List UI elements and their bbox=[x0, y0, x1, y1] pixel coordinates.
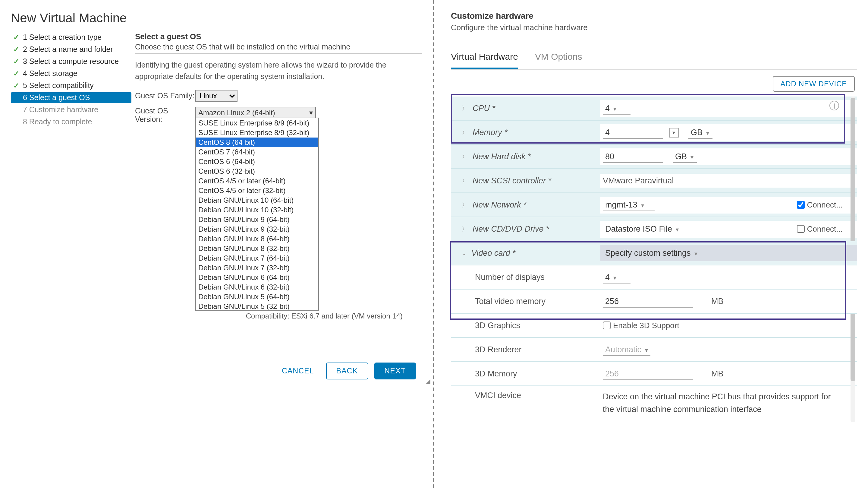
os-option[interactable]: Debian GNU/Linux 6 (32-bit) bbox=[196, 282, 318, 292]
os-option[interactable]: SUSE Linux Enterprise 8/9 (32-bit) bbox=[196, 127, 318, 137]
vmci-desc: Device on the virtual machine PCI bus th… bbox=[603, 389, 855, 419]
check-icon: ✓ bbox=[13, 81, 19, 90]
memory-unit-select[interactable]: GB bbox=[688, 126, 712, 138]
videomemory-unit: MB bbox=[711, 297, 724, 306]
os-option[interactable]: Debian GNU/Linux 10 (64-bit) bbox=[196, 195, 318, 205]
hardware-table: i 〉CPU * 4 〉Memory * 4 ▾ GB 〉New Har bbox=[451, 96, 857, 422]
os-option[interactable]: Debian GNU/Linux 6 (64-bit) bbox=[196, 272, 318, 282]
os-option[interactable]: CentOS 8 (64-bit) bbox=[196, 137, 318, 147]
harddisk-label: New Hard disk * bbox=[472, 152, 531, 161]
scsi-value: VMware Paravirtual bbox=[603, 176, 674, 185]
3drenderer-label: 3D Renderer bbox=[475, 345, 522, 354]
os-option[interactable]: Debian GNU/Linux 7 (32-bit) bbox=[196, 263, 318, 272]
displays-label: Number of displays bbox=[475, 272, 545, 282]
wizard-step-4[interactable]: ✓4 Select storage bbox=[11, 68, 131, 79]
videocard-select[interactable]: Specify custom settings bbox=[603, 247, 702, 259]
os-family-select[interactable]: Linux bbox=[195, 90, 238, 102]
os-family-label: Guest OS Family: bbox=[135, 91, 195, 100]
back-button[interactable]: BACK bbox=[326, 363, 368, 379]
scrollbar-thumb[interactable] bbox=[850, 98, 855, 381]
info-icon[interactable]: i bbox=[830, 101, 839, 110]
expand-icon[interactable]: 〉 bbox=[462, 128, 468, 137]
os-option[interactable]: Debian GNU/Linux 9 (64-bit) bbox=[196, 214, 318, 224]
panel-title: Customize hardware bbox=[451, 11, 857, 21]
check-icon: ✓ bbox=[13, 33, 19, 41]
wizard-step-3[interactable]: ✓3 Select a compute resource bbox=[11, 56, 131, 67]
3dmemory-input[interactable]: 256 bbox=[603, 368, 693, 380]
wizard-step-8[interactable]: 8 Ready to complete bbox=[11, 116, 131, 127]
wizard-step-7[interactable]: 7 Customize hardware bbox=[11, 104, 131, 115]
os-option[interactable]: Debian GNU/Linux 9 (32-bit) bbox=[196, 224, 318, 234]
cancel-button[interactable]: CANCEL bbox=[276, 363, 320, 379]
row-cpu: 〉CPU * 4 bbox=[451, 96, 857, 121]
add-new-device-button[interactable]: ADD NEW DEVICE bbox=[772, 76, 855, 92]
check-icon: ✓ bbox=[13, 45, 19, 54]
cddvd-connect-checkbox[interactable]: Connect... bbox=[797, 224, 843, 233]
divider bbox=[11, 28, 421, 28]
tab-virtual-hardware[interactable]: Virtual Hardware bbox=[451, 48, 518, 69]
videomemory-label: Total video memory bbox=[475, 297, 546, 306]
row-displays: Number of displays 4 bbox=[451, 265, 857, 290]
check-icon: ✓ bbox=[13, 57, 19, 66]
divider bbox=[135, 53, 422, 54]
wizard-step-2[interactable]: ✓2 Select a name and folder bbox=[11, 44, 131, 55]
os-option[interactable]: Debian GNU/Linux 8 (32-bit) bbox=[196, 243, 318, 253]
3dgraphics-label: 3D Graphics bbox=[475, 321, 520, 330]
cddvd-select[interactable]: Datastore ISO File bbox=[603, 223, 702, 235]
os-option[interactable]: Debian GNU/Linux 5 (64-bit) bbox=[196, 292, 318, 301]
row-videocard: ⌄Video card * Specify custom settings bbox=[451, 241, 857, 265]
expand-icon[interactable]: 〉 bbox=[462, 176, 468, 185]
expand-icon[interactable]: 〉 bbox=[462, 152, 468, 161]
network-select[interactable]: mgmt-13 bbox=[603, 199, 655, 211]
expand-icon[interactable]: 〉 bbox=[462, 225, 468, 233]
row-vmci: VMCI device Device on the virtual machin… bbox=[451, 386, 857, 422]
row-scsi: 〉New SCSI controller * VMware Paravirtua… bbox=[451, 169, 857, 193]
expand-icon[interactable]: 〉 bbox=[462, 201, 468, 209]
panel-sub: Configure the virtual machine hardware bbox=[451, 23, 857, 32]
wizard-step-5[interactable]: ✓5 Select compatibility bbox=[11, 80, 131, 91]
videomemory-input[interactable]: 256 bbox=[603, 295, 693, 307]
tab-vm-options[interactable]: VM Options bbox=[535, 48, 582, 69]
wizard-title: New Virtual Machine bbox=[11, 11, 433, 25]
check-icon: ✓ bbox=[13, 69, 19, 78]
expand-icon[interactable]: 〉 bbox=[462, 104, 468, 113]
row-harddisk: 〉New Hard disk * 80 GB bbox=[451, 145, 857, 169]
harddisk-input[interactable]: 80 bbox=[603, 150, 663, 163]
next-button[interactable]: NEXT bbox=[374, 363, 416, 379]
os-option[interactable]: CentOS 4/5 or later (64-bit) bbox=[196, 176, 318, 185]
wizard-footer: CANCEL BACK NEXT bbox=[276, 363, 416, 379]
wizard-content: Select a guest OS Choose the guest OS th… bbox=[131, 32, 433, 320]
os-option[interactable]: CentOS 4/5 or later (32-bit) bbox=[196, 185, 318, 195]
os-option[interactable]: CentOS 7 (64-bit) bbox=[196, 147, 318, 156]
step-label: 7 Customize hardware bbox=[23, 106, 98, 114]
os-option[interactable]: SUSE Linux Enterprise 8/9 (64-bit) bbox=[196, 118, 318, 127]
os-version-select[interactable]: Amazon Linux 2 (64-bit) ▾ bbox=[195, 107, 316, 118]
harddisk-unit-select[interactable]: GB bbox=[673, 150, 697, 163]
cpu-label: CPU * bbox=[472, 104, 495, 113]
collapse-icon[interactable]: ⌄ bbox=[462, 250, 467, 256]
os-option[interactable]: Debian GNU/Linux 5 (32-bit) bbox=[196, 301, 318, 310]
cpu-select[interactable]: 4 bbox=[603, 102, 630, 114]
network-label: New Network * bbox=[472, 200, 527, 209]
os-option[interactable]: CentOS 6 (32-bit) bbox=[196, 166, 318, 176]
3dmemory-label: 3D Memory bbox=[475, 369, 517, 378]
os-option[interactable]: CentOS 6 (64-bit) bbox=[196, 156, 318, 166]
scsi-label: New SCSI controller * bbox=[472, 176, 551, 185]
memory-input[interactable]: 4 bbox=[603, 126, 663, 138]
tabs: Virtual Hardware VM Options bbox=[451, 48, 857, 69]
resize-handle-icon[interactable] bbox=[426, 379, 430, 384]
vmci-label: VMCI device bbox=[475, 391, 521, 400]
enable-3d-checkbox[interactable]: Enable 3D Support bbox=[603, 321, 679, 330]
3drenderer-select[interactable]: Automatic bbox=[603, 344, 650, 355]
os-version-options[interactable]: SUSE Linux Enterprise 8/9 (64-bit)SUSE L… bbox=[195, 117, 319, 310]
os-option[interactable]: Debian GNU/Linux 10 (32-bit) bbox=[196, 205, 318, 214]
wizard-step-6[interactable]: 6 Select a guest OS bbox=[11, 92, 131, 103]
os-option[interactable]: Debian GNU/Linux 8 (64-bit) bbox=[196, 234, 318, 243]
row-network: 〉New Network * mgmt-13 Connect... bbox=[451, 193, 857, 217]
displays-select[interactable]: 4 bbox=[603, 271, 630, 283]
wizard-step-1[interactable]: ✓1 Select a creation type bbox=[11, 32, 131, 43]
os-option[interactable]: Debian GNU/Linux 7 (64-bit) bbox=[196, 253, 318, 263]
memory-label: Memory * bbox=[472, 128, 507, 137]
memory-stepper[interactable]: ▾ bbox=[669, 127, 679, 137]
network-connect-checkbox[interactable]: Connect... bbox=[797, 200, 843, 209]
